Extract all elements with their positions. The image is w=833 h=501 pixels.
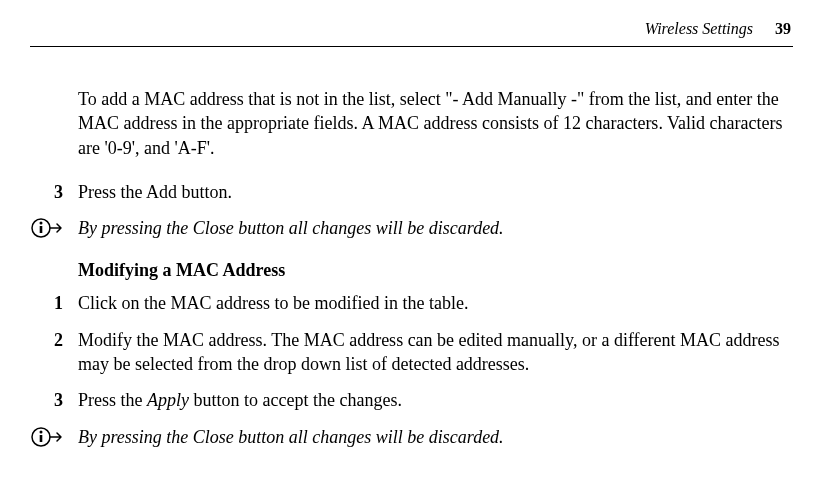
info-note-row-2: By pressing the Close button all changes… — [78, 425, 793, 449]
section-heading-modifying: Modifying a MAC Address — [78, 260, 793, 281]
header-divider — [30, 46, 793, 47]
step-text: Modify the MAC address. The MAC address … — [78, 328, 793, 377]
page-header: Wireless Settings 39 — [30, 20, 793, 38]
step-number: 2 — [54, 328, 78, 377]
step-text: Click on the MAC address to be modified … — [78, 291, 793, 315]
header-title: Wireless Settings — [645, 20, 753, 37]
svg-point-4 — [40, 430, 43, 433]
step-text: Press the Apply button to accept the cha… — [78, 388, 793, 412]
step-number: 1 — [54, 291, 78, 315]
step-number: 3 — [54, 180, 78, 204]
step-number: 3 — [54, 388, 78, 412]
modify-step-1: 1 Click on the MAC address to be modifie… — [78, 291, 793, 315]
info-note-row-1: By pressing the Close button all changes… — [78, 216, 793, 240]
info-icon — [30, 426, 66, 448]
svg-rect-5 — [40, 435, 43, 442]
step3-prefix: Press the — [78, 390, 147, 410]
info-note-text: By pressing the Close button all changes… — [66, 216, 504, 240]
info-icon — [30, 217, 66, 239]
step3-suffix: button to accept the changes. — [189, 390, 402, 410]
page-content: To add a MAC address that is not in the … — [30, 87, 793, 449]
svg-point-1 — [40, 222, 43, 225]
page-number: 39 — [775, 20, 791, 37]
modify-step-3: 3 Press the Apply button to accept the c… — [78, 388, 793, 412]
step-text: Press the Add button. — [78, 180, 793, 204]
apply-word: Apply — [147, 390, 189, 410]
intro-paragraph: To add a MAC address that is not in the … — [78, 87, 793, 160]
info-note-text: By pressing the Close button all changes… — [66, 425, 504, 449]
add-step-3: 3 Press the Add button. — [78, 180, 793, 204]
svg-rect-2 — [40, 226, 43, 233]
modify-step-2: 2 Modify the MAC address. The MAC addres… — [78, 328, 793, 377]
